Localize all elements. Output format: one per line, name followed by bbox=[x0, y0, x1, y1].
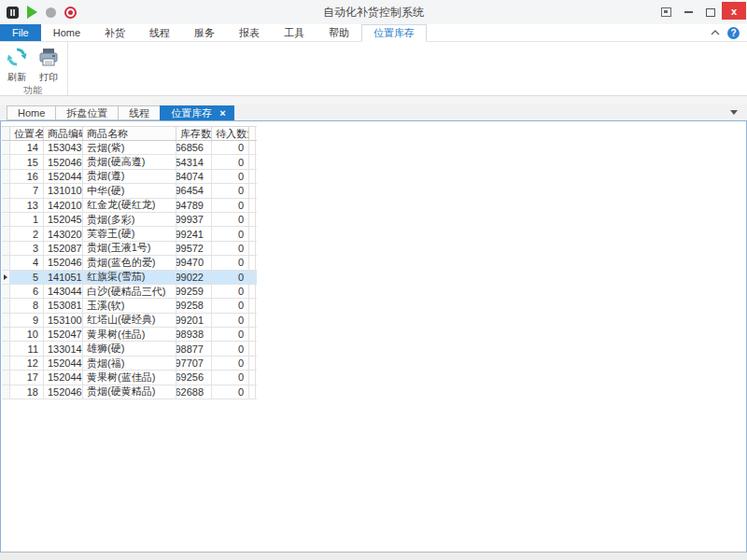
tab-list-dropdown-icon[interactable] bbox=[730, 110, 738, 115]
grid-cell: 16 bbox=[10, 170, 44, 183]
grid-row-filler bbox=[249, 227, 256, 240]
restore-button[interactable] bbox=[699, 0, 722, 24]
minimize-icon bbox=[684, 11, 693, 13]
grid-cell: 69256 bbox=[176, 371, 212, 384]
table-row[interactable]: 161520445贵烟(遵)9840740 bbox=[2, 170, 257, 184]
grid-row-filler bbox=[249, 328, 256, 341]
grid-cell: 999258 bbox=[176, 299, 212, 312]
grid-cell: 998877 bbox=[176, 342, 212, 355]
grid-row-filler bbox=[249, 385, 256, 399]
grid-cell: 8 bbox=[10, 299, 44, 312]
table-row[interactable]: 61430441白沙(硬精品三代)9992590 bbox=[2, 285, 257, 299]
record-icon[interactable] bbox=[64, 7, 77, 19]
title-bar: 自动化补货控制系统 x bbox=[0, 0, 747, 24]
column-header-product-code[interactable]: 商品编码 bbox=[44, 127, 83, 140]
doc-tab-thread[interactable]: 线程 bbox=[118, 105, 160, 120]
stop-icon[interactable] bbox=[46, 7, 56, 18]
grid-cell: 1410517 bbox=[44, 271, 83, 284]
grid-cell: 11 bbox=[10, 342, 44, 355]
grid-cell: 红塔山(硬经典) bbox=[83, 314, 176, 327]
doc-tab-label: 位置库存 bbox=[171, 106, 212, 120]
row-indicator-cell bbox=[2, 141, 10, 154]
ribbon-tab-location-inventory-active[interactable]: 位置库存 bbox=[361, 24, 427, 42]
table-row[interactable]: 91531002红塔山(硬经典)99992010 bbox=[2, 314, 257, 328]
grid-body: 141530430云烟(紫)9668560151520460贵烟(硬高遵)954… bbox=[2, 141, 257, 399]
table-row[interactable]: 111330149雄狮(硬)9988770 bbox=[2, 342, 257, 356]
ribbon-tab-thread[interactable]: 线程 bbox=[137, 24, 182, 41]
run-icon[interactable] bbox=[27, 6, 37, 19]
ribbon-tab-home[interactable]: Home bbox=[41, 24, 92, 41]
grid-cell: 984074 bbox=[176, 170, 212, 183]
ribbon-tab-replenish[interactable]: 补货 bbox=[92, 24, 137, 41]
window-style-button[interactable] bbox=[655, 0, 677, 24]
grid-cell: 云烟(紫) bbox=[83, 141, 176, 154]
close-button[interactable]: x bbox=[722, 2, 746, 20]
minimize-button[interactable] bbox=[677, 0, 699, 24]
column-header-pending-qty[interactable]: 待入数量 bbox=[212, 127, 249, 140]
table-row[interactable]: 51410517红旗渠(雪茄)9990220 bbox=[2, 271, 257, 285]
table-row[interactable]: 71310101中华(硬)9964540 bbox=[2, 184, 257, 198]
row-indicator-cell bbox=[2, 170, 10, 183]
grid-row-filler bbox=[249, 256, 256, 269]
doc-tab-unpack-location[interactable]: 拆盘位置 bbox=[55, 105, 118, 120]
tab-close-icon[interactable]: × bbox=[219, 108, 225, 119]
print-button-label: 打印 bbox=[39, 71, 58, 84]
ribbon-tab-report[interactable]: 报表 bbox=[227, 24, 272, 41]
table-row[interactable]: 41520467贵烟(蓝色的爱)99994700 bbox=[2, 256, 257, 270]
table-row[interactable]: 171520442黄果树(蓝佳品)692560 bbox=[2, 371, 257, 385]
grid-cell: 996454 bbox=[176, 184, 212, 197]
grid-cell: 1 bbox=[10, 213, 44, 226]
table-row[interactable]: 151520460贵烟(硬高遵)9543140 bbox=[2, 155, 257, 169]
grid-cell: 中华(硬) bbox=[83, 184, 176, 197]
grid-cell: 0 bbox=[212, 199, 249, 212]
table-row[interactable]: 81530814玉溪(软)9992580 bbox=[2, 299, 257, 313]
grid-cell: 17 bbox=[10, 371, 44, 384]
table-row[interactable]: 131420102红金龙(硬红龙)9947890 bbox=[2, 199, 257, 213]
grid-cell: 9 bbox=[10, 314, 44, 327]
print-button[interactable]: 打印 bbox=[35, 43, 63, 84]
grid-cell: 999241 bbox=[176, 227, 212, 240]
help-button[interactable]: ? bbox=[727, 27, 740, 39]
tab-page-content: 位置名称 商品编码 商品名称 库存数量 待入数量 141530430云烟(紫)9… bbox=[0, 120, 747, 553]
table-row[interactable]: 121520449贵烟(福)9977070 bbox=[2, 357, 257, 371]
grid-row-filler bbox=[249, 170, 256, 183]
grid-cell: 1520449 bbox=[44, 357, 83, 370]
grid-row-filler bbox=[249, 357, 256, 370]
chevron-up-icon bbox=[711, 29, 720, 36]
grid-cell: 贵烟(多彩) bbox=[83, 213, 176, 226]
window-controls: x bbox=[655, 0, 747, 24]
row-indicator-cell bbox=[2, 213, 10, 226]
refresh-button[interactable]: 刷新 bbox=[3, 43, 31, 84]
file-menu-button[interactable]: File bbox=[0, 24, 41, 41]
row-indicator-cell bbox=[2, 371, 10, 384]
grid-row-filler bbox=[249, 285, 256, 298]
row-indicator-cell bbox=[2, 314, 10, 327]
grid-cell: 玉溪(软) bbox=[83, 299, 176, 312]
ribbon-tab-service[interactable]: 服务 bbox=[182, 24, 227, 41]
column-header-product-name[interactable]: 商品名称 bbox=[83, 127, 176, 140]
grid-cell: 954314 bbox=[176, 155, 212, 168]
table-row[interactable]: 141530430云烟(紫)9668560 bbox=[2, 141, 257, 155]
ribbon-tab-tools[interactable]: 工具 bbox=[272, 24, 317, 41]
table-row[interactable]: 31520872贵烟(玉液1号)9995720 bbox=[2, 242, 257, 256]
grid-header-row: 位置名称 商品编码 商品名称 库存数量 待入数量 bbox=[2, 126, 257, 141]
table-row[interactable]: 11520455贵烟(多彩)9999370 bbox=[2, 213, 257, 227]
grid-cell: 1520467 bbox=[44, 256, 83, 269]
table-row[interactable]: 101520471黄果树(佳品)99989380 bbox=[2, 328, 257, 342]
table-row[interactable]: 181520461贵烟(硬黄精品)626880 bbox=[2, 385, 257, 399]
column-header-location[interactable]: 位置名称 bbox=[10, 127, 44, 140]
grid-header-filler bbox=[249, 127, 256, 140]
ribbon-tab-help[interactable]: 帮助 bbox=[317, 24, 361, 41]
grid-cell: 芙蓉王(硬) bbox=[83, 227, 176, 240]
grid-cell: 贵烟(福) bbox=[83, 357, 176, 370]
pause-icon[interactable] bbox=[7, 7, 19, 19]
grid-cell: 黄果树(佳品) bbox=[83, 328, 176, 341]
doc-tab-home[interactable]: Home bbox=[7, 105, 55, 120]
collapse-ribbon-button[interactable] bbox=[711, 29, 720, 36]
grid-cell: 红旗渠(雪茄) bbox=[83, 271, 176, 284]
column-header-stock-qty[interactable]: 库存数量 bbox=[176, 127, 212, 140]
grid-cell: 1520445 bbox=[44, 170, 83, 183]
table-row[interactable]: 21430204芙蓉王(硬)9992410 bbox=[2, 227, 257, 241]
doc-tab-location-inventory-active[interactable]: 位置库存 × bbox=[160, 105, 233, 120]
grid-cell: 1520461 bbox=[44, 385, 83, 399]
